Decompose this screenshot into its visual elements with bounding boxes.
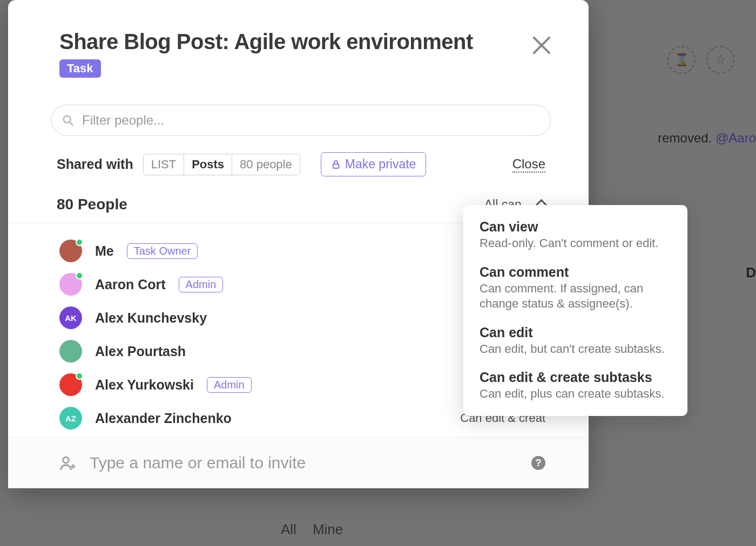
person-name: Alex Pourtash (95, 344, 186, 359)
person-name: Aaron Cort (95, 277, 166, 292)
modal-title: Share Blog Post: Agile work environment (59, 30, 551, 54)
help-icon[interactable]: ? (531, 456, 545, 470)
role-badge: Admin (207, 377, 252, 393)
online-dot (76, 372, 83, 380)
permission-option[interactable]: Can editCan edit, but can't create subta… (480, 325, 671, 357)
filter-people-input[interactable] (51, 105, 551, 136)
segment-people[interactable]: 80 people (232, 154, 300, 175)
person-name: Alex Yurkowski (95, 377, 194, 393)
person-name: Alex Kunchevsky (95, 310, 207, 326)
permission-option-desc: Can edit, but can't create subtasks. (480, 342, 671, 357)
permission-option-desc: Read-only. Can't comment or edit. (480, 236, 671, 251)
permission-option-desc: Can comment. If assigned, can change sta… (480, 281, 671, 312)
avatar: AZ (59, 407, 82, 429)
avatar (59, 240, 82, 262)
close-icon[interactable] (530, 32, 554, 56)
svg-line-1 (70, 122, 73, 125)
permission-option[interactable]: Can commentCan comment. If assigned, can… (480, 264, 671, 312)
online-dot (76, 272, 83, 279)
avatar (59, 273, 82, 296)
close-link[interactable]: Close (512, 156, 545, 173)
permission-option-title: Can comment (480, 264, 671, 280)
role-badge: Admin (179, 277, 224, 292)
add-person-icon (59, 454, 77, 472)
svg-point-0 (64, 116, 71, 123)
person-name: Alexander Zinchenko (95, 411, 232, 426)
permission-option[interactable]: Can edit & create subtasksCan edit, plus… (480, 370, 671, 402)
permission-option-desc: Can edit, plus can create subtasks. (480, 386, 671, 402)
people-count: 80 People (57, 196, 127, 213)
avatar (59, 373, 82, 396)
permission-dropdown: Can viewRead-only. Can't comment or edit… (463, 205, 687, 416)
make-private-button[interactable]: Make private (321, 152, 427, 176)
share-segments: LIST Posts 80 people (143, 154, 300, 175)
invite-input[interactable] (90, 454, 518, 472)
segment-list[interactable]: LIST (144, 154, 184, 175)
permission-option-title: Can edit & create subtasks (480, 370, 671, 385)
avatar (59, 340, 82, 363)
role-badge: Task Owner (127, 243, 198, 259)
permission-option-title: Can view (480, 219, 671, 235)
shared-with-label: Shared with (57, 156, 133, 172)
person-name: Me (95, 243, 114, 259)
task-badge: Task (59, 59, 101, 78)
permission-option[interactable]: Can viewRead-only. Can't comment or edit… (480, 219, 671, 251)
lock-icon (331, 160, 341, 169)
svg-rect-2 (333, 164, 339, 168)
permission-option-title: Can edit (480, 325, 671, 340)
avatar: AK (59, 306, 82, 329)
segment-posts[interactable]: Posts (184, 154, 232, 175)
online-dot (76, 238, 83, 246)
search-icon (62, 114, 74, 126)
svg-point-3 (63, 457, 69, 463)
